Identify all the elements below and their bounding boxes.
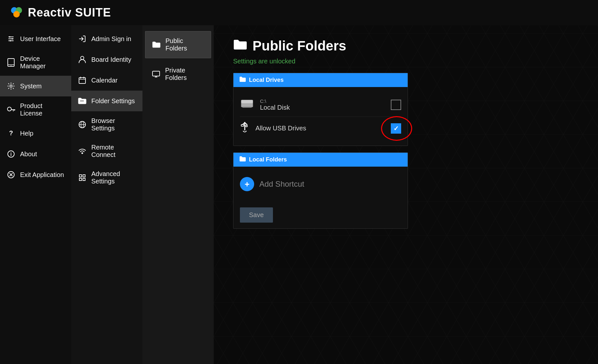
local-folders-title: Local Folders (249, 156, 287, 163)
svg-point-10 (9, 36, 10, 38)
sidebar-item-device-manager[interactable]: Device Manager (0, 49, 71, 76)
svg-point-24 (11, 152, 11, 153)
svg-rect-43 (152, 71, 160, 76)
svg-rect-42 (83, 178, 85, 181)
usb-icon (240, 121, 250, 135)
sidebar-item-product-license[interactable]: Product License (0, 96, 71, 123)
folder-icon (78, 96, 87, 105)
sidebar-label-folder-settings: Folder Settings (91, 97, 135, 105)
local-drives-title: Local Drives (249, 77, 284, 83)
page-title: Public Folders (253, 38, 346, 54)
sidebar-item-remote-connect[interactable]: Remote Connect (71, 138, 142, 164)
add-shortcut-button[interactable]: + Add Shortcut (240, 172, 401, 196)
usb-drives-checkbox[interactable] (391, 123, 401, 134)
svg-point-6 (13, 11, 20, 17)
sidebar-col2: Admin Sign in Board Identity (71, 25, 142, 364)
sidebar-label-browser-settings: Browser Settings (91, 117, 136, 132)
sidebar-item-browser-settings[interactable]: Browser Settings (71, 111, 142, 138)
local-disk-path: C:\ (260, 98, 391, 104)
local-disk-icon (240, 97, 254, 112)
svg-rect-41 (79, 178, 82, 181)
sidebar-item-help[interactable]: ? Help (0, 123, 71, 144)
sidebar-item-user-interface[interactable]: User Interface (0, 28, 71, 49)
svg-rect-30 (79, 78, 85, 83)
question-icon: ? (6, 129, 16, 138)
sidebar-label-exit-application: Exit Application (20, 171, 64, 179)
settings-status: Settings are unlocked (233, 58, 579, 65)
sidebar-item-exit-application[interactable]: Exit Application (0, 164, 71, 185)
sidebar-item-system[interactable]: System (0, 76, 71, 96)
local-drives-header: Local Drives (233, 73, 408, 87)
svg-rect-47 (241, 100, 253, 103)
sidebar-item-private-folders[interactable]: Private Folders (145, 61, 211, 87)
key-icon (6, 105, 16, 114)
local-drives-icon (239, 76, 246, 84)
sliders-icon (6, 34, 16, 43)
add-shortcut-icon: + (240, 177, 254, 191)
sidebar-col3: Public Folders Private Folders (142, 25, 214, 364)
person-icon (78, 55, 87, 64)
sidebar-label-board-identity: Board Identity (91, 56, 131, 63)
svg-rect-39 (79, 175, 82, 177)
monitor-icon (152, 70, 161, 79)
content-area: Public Folders Settings are unlocked Loc… (214, 25, 598, 364)
sidebar-col1: User Interface Device Manager System (0, 25, 71, 364)
svg-rect-49 (243, 107, 252, 108)
svg-point-11 (12, 38, 13, 39)
sidebar-label-user-interface: User Interface (20, 35, 61, 43)
app-title: Reactiv SUITE (28, 6, 111, 19)
sidebar-item-admin-sign-in[interactable]: Admin Sign in (71, 28, 142, 49)
usb-label-text: Allow USB Drives (255, 125, 391, 132)
globe-icon (78, 120, 87, 129)
tablet-icon (6, 58, 16, 67)
svg-point-16 (10, 85, 12, 87)
sidebar-label-public-folders: Public Folders (165, 37, 204, 52)
public-folder-icon (152, 40, 161, 49)
sidebar-label-help: Help (20, 130, 33, 137)
svg-rect-54 (246, 125, 247, 127)
sidebar-label-admin-sign-in: Admin Sign in (91, 35, 131, 43)
x-circle-icon (6, 170, 16, 179)
sidebar-item-board-identity[interactable]: Board Identity (71, 49, 142, 70)
sidebar-label-private-folders: Private Folders (165, 67, 205, 82)
svg-rect-13 (8, 59, 14, 66)
wifi-icon (78, 147, 87, 156)
sidebar-item-advanced-settings[interactable]: Advanced Settings (71, 164, 142, 191)
add-shortcut-label: Add Shortcut (259, 180, 304, 189)
svg-text:?: ? (9, 129, 13, 137)
advanced-settings-icon (78, 173, 87, 182)
calendar-icon (78, 76, 87, 85)
local-drives-panel: Local Drives C:\ Local Di (233, 73, 408, 146)
local-disk-checkbox[interactable] (391, 100, 401, 110)
app-logo (10, 6, 23, 19)
usb-label: Allow USB Drives (255, 125, 391, 132)
gear-icon (6, 82, 16, 91)
local-drives-body: C:\ Local Disk (233, 87, 408, 146)
local-folders-body: + Add Shortcut Save (233, 167, 408, 228)
local-folders-icon (239, 156, 246, 163)
svg-point-17 (7, 107, 11, 111)
sidebar-item-calendar[interactable]: Calendar (71, 70, 142, 91)
usb-drives-row: Allow USB Drives (240, 117, 401, 140)
sign-in-icon (78, 34, 87, 43)
sidebar-label-system: System (20, 83, 42, 90)
main-container: User Interface Device Manager System (0, 25, 598, 364)
local-disk-info: C:\ Local Disk (260, 98, 391, 111)
svg-point-29 (81, 56, 84, 60)
local-disk-name: Local Disk (260, 104, 391, 111)
svg-point-12 (10, 40, 11, 41)
save-button[interactable]: Save (240, 207, 273, 223)
svg-point-15 (11, 65, 11, 66)
sidebar-item-public-folders[interactable]: Public Folders (145, 31, 211, 58)
sidebar-label-calendar: Calendar (91, 77, 118, 84)
app-header: Reactiv SUITE (0, 0, 598, 25)
local-disk-row: C:\ Local Disk (240, 93, 401, 117)
sidebar-label-product-license: Product License (20, 102, 65, 117)
svg-rect-40 (83, 175, 85, 177)
svg-rect-34 (80, 101, 84, 101)
local-folders-panel: Local Folders + Add Shortcut Save (233, 152, 408, 229)
page-header-icon (233, 39, 247, 54)
sidebar-item-folder-settings[interactable]: Folder Settings (71, 91, 142, 111)
sidebar-label-device-manager: Device Manager (20, 55, 65, 70)
sidebar-item-about[interactable]: About (0, 144, 71, 164)
